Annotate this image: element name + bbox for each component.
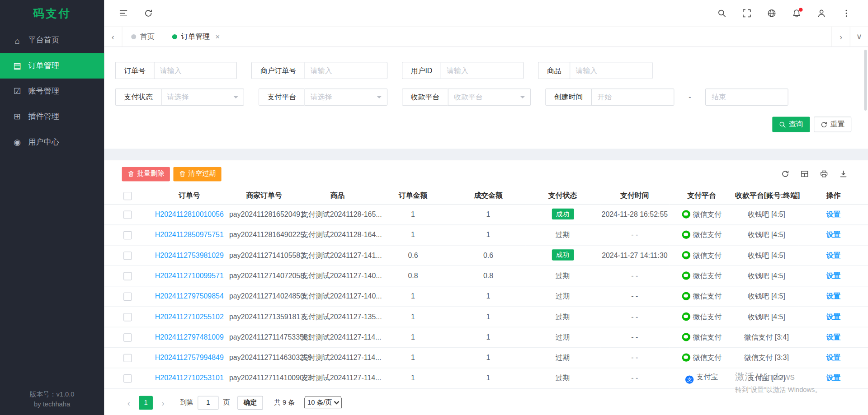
- pay-status-cell: 过期: [525, 306, 600, 326]
- version-info: 版本号：v1.0.0 by techhaha: [0, 389, 104, 410]
- row-checkbox[interactable]: [123, 292, 131, 300]
- sidebar-item-plugins[interactable]: ⊞ 插件管理: [0, 104, 104, 129]
- sidebar-item-label: 订单管理: [28, 61, 59, 71]
- order-number-link[interactable]: H2024112797509854: [155, 292, 224, 300]
- prev-page-button[interactable]: ‹: [122, 396, 136, 410]
- search-button[interactable]: 查询: [772, 117, 810, 132]
- row-checkbox[interactable]: [123, 231, 131, 239]
- export-icon[interactable]: [838, 169, 848, 179]
- clear-expired-button[interactable]: 清空过期: [173, 167, 222, 181]
- receiver-platform-cell: 收钱吧 [4:5]: [734, 306, 799, 326]
- batch-delete-button[interactable]: 批量删除: [122, 167, 170, 181]
- refresh-table-icon[interactable]: [780, 169, 790, 179]
- merchant-order-no-cell: pay2024112714105583...: [228, 245, 300, 265]
- order-no-input[interactable]: [154, 62, 237, 79]
- goto-page-input[interactable]: [198, 396, 219, 410]
- pay-platform-cell: 微信支付: [669, 327, 734, 347]
- tab-home[interactable]: 首页: [123, 27, 164, 47]
- merchant-order-no-input[interactable]: [304, 62, 387, 79]
- select-all-checkbox[interactable]: [123, 192, 131, 200]
- refresh-icon[interactable]: [143, 8, 153, 18]
- profile-icon[interactable]: [816, 8, 826, 18]
- row-settings-link[interactable]: 设置: [826, 251, 841, 259]
- current-page-button[interactable]: 1: [139, 396, 153, 410]
- pay-status-select[interactable]: 请选择: [161, 89, 244, 106]
- search-icon[interactable]: [717, 8, 727, 18]
- tabs-menu-button[interactable]: ∨: [850, 27, 868, 47]
- row-checkbox[interactable]: [123, 252, 131, 260]
- order-number-link[interactable]: H2024112753981029: [155, 251, 224, 259]
- deal-amount-cell: 1: [451, 368, 525, 388]
- row-settings-link[interactable]: 设置: [826, 333, 841, 341]
- user-id-input[interactable]: [441, 62, 524, 79]
- pay-status-cell: 过期: [525, 266, 600, 286]
- receive-platform-select[interactable]: 收款平台: [448, 89, 531, 106]
- status-badge: 过期: [556, 271, 570, 280]
- tabs-scroll-right-button[interactable]: ›: [831, 27, 849, 47]
- reset-button[interactable]: 重置: [814, 117, 851, 132]
- sidebar: 码支付 ⌂ 平台首页 ▤ 订单管理 ☑ 账号管理 ⊞ 插件管理 ◉ 用户中心 版…: [0, 0, 104, 415]
- plugin-icon: ⊞: [12, 112, 22, 121]
- language-icon[interactable]: [767, 8, 777, 18]
- sidebar-item-home[interactable]: ⌂ 平台首页: [0, 28, 104, 53]
- sidebar-item-accounts[interactable]: ☑ 账号管理: [0, 79, 104, 104]
- row-settings-link[interactable]: 设置: [826, 230, 841, 238]
- row-settings-link[interactable]: 设置: [826, 353, 841, 361]
- confirm-page-button[interactable]: 确定: [237, 396, 263, 410]
- notification-icon[interactable]: [792, 8, 802, 18]
- order-amount-cell: 0.6: [375, 245, 451, 265]
- order-number-link[interactable]: H2024112810010056: [155, 210, 224, 218]
- row-checkbox[interactable]: [123, 210, 131, 219]
- fullscreen-icon[interactable]: [742, 8, 752, 18]
- row-checkbox[interactable]: [123, 272, 131, 280]
- order-number-link[interactable]: H2024112850975751: [155, 231, 224, 239]
- date-start-input[interactable]: [591, 89, 675, 106]
- row-settings-link[interactable]: 设置: [826, 312, 841, 320]
- collapse-menu-icon[interactable]: [118, 8, 128, 18]
- product-input[interactable]: [570, 62, 653, 79]
- order-number-link[interactable]: H2024112710099571: [155, 271, 224, 280]
- table-toolbar: 批量删除 清空过期: [104, 160, 868, 187]
- order-number-link[interactable]: H2024112757994849: [155, 353, 224, 361]
- row-settings-link[interactable]: 设置: [826, 271, 841, 280]
- tab-close-icon[interactable]: ×: [215, 32, 220, 41]
- row-settings-link[interactable]: 设置: [826, 373, 841, 382]
- row-checkbox[interactable]: [123, 354, 131, 362]
- row-checkbox[interactable]: [123, 374, 131, 382]
- page-size-select[interactable]: 10 条/页: [305, 396, 342, 409]
- order-number-link[interactable]: H2024112797481009: [155, 333, 224, 341]
- receiver-platform-cell: 收钱吧 [4:5]: [734, 266, 799, 286]
- tabs-scroll-left-button[interactable]: ‹: [104, 27, 122, 47]
- table-row: H2024112753981029 pay2024112714105583...…: [104, 245, 868, 265]
- order-number-link[interactable]: H2024112710255102: [155, 312, 224, 321]
- tab-bar: ‹ 首页 订单管理 × › ∨: [104, 27, 868, 47]
- print-icon[interactable]: [819, 169, 829, 179]
- scrollbar-thumb[interactable]: [864, 50, 867, 111]
- status-badge: 成功: [552, 209, 574, 219]
- sidebar-item-label: 用户中心: [28, 137, 59, 147]
- merchant-order-no-cell: pay2024112714024850...: [228, 286, 300, 306]
- row-checkbox[interactable]: [123, 312, 131, 321]
- sidebar-item-label: 账号管理: [28, 86, 59, 96]
- deal-amount-cell: 1: [451, 327, 525, 347]
- order-number-link[interactable]: H2024112710253101: [155, 374, 224, 382]
- refresh-icon: [821, 121, 828, 128]
- pagination: ‹ 1 › 到第 页 确定 共 9 条 10 条/页: [104, 394, 868, 411]
- sidebar-item-user-center[interactable]: ◉ 用户中心: [0, 130, 104, 155]
- row-checkbox[interactable]: [123, 333, 131, 341]
- merchant-order-no-cell: pay202411271141009023: [228, 368, 300, 388]
- column-header: 订单金额: [375, 187, 451, 204]
- column-header: 操作: [799, 187, 868, 204]
- pay-platform-select[interactable]: 请选择: [304, 89, 387, 106]
- date-end-input[interactable]: [705, 89, 788, 106]
- columns-icon[interactable]: [799, 169, 809, 179]
- column-header: 收款平台[账号:终端]: [734, 187, 799, 204]
- row-settings-link[interactable]: 设置: [826, 292, 841, 300]
- status-badge: 过期: [556, 373, 570, 382]
- next-page-button[interactable]: ›: [156, 396, 170, 410]
- sidebar-item-orders[interactable]: ▤ 订单管理: [0, 53, 104, 79]
- more-vertical-icon[interactable]: [841, 8, 851, 18]
- pay-platform-cell: 微信支付: [669, 306, 734, 326]
- tab-orders[interactable]: 订单管理 ×: [163, 27, 229, 47]
- row-settings-link[interactable]: 设置: [826, 210, 841, 218]
